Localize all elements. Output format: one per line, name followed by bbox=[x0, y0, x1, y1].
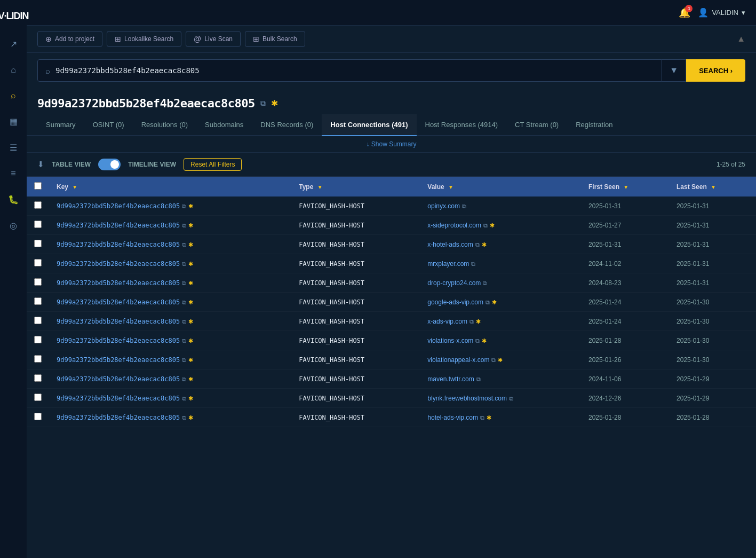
first-seen-filter-icon[interactable]: ▼ bbox=[623, 184, 628, 190]
value-link[interactable]: violationappeal-x.com bbox=[427, 356, 489, 364]
value-link[interactable]: x-sideprotocol.com bbox=[427, 222, 481, 229]
row-checkbox[interactable] bbox=[34, 394, 42, 401]
add-to-project-button[interactable]: ⊕ Add to project bbox=[37, 31, 102, 47]
select-all-checkbox[interactable] bbox=[34, 182, 42, 190]
value-link[interactable]: drop-crypto24.com bbox=[427, 279, 481, 287]
settings-icon[interactable]: ◎ bbox=[6, 217, 20, 234]
notifications-button[interactable]: 🔔 1 bbox=[679, 7, 690, 19]
copy-icon[interactable]: ⧉ bbox=[182, 357, 186, 364]
value-link[interactable]: violations-x.com bbox=[427, 337, 473, 344]
key-link[interactable]: 9d99a2372bbd5b28ef4b2eaecac8c805 bbox=[57, 375, 180, 383]
bug-icon[interactable]: 🐛 bbox=[5, 191, 22, 208]
copy-value-icon[interactable]: ⧉ bbox=[483, 280, 487, 287]
value-link[interactable]: hotel-ads-vip.com bbox=[427, 414, 478, 421]
lookalike-search-button[interactable]: ⊞ Lookalike Search bbox=[107, 31, 181, 47]
copy-icon[interactable]: ⧉ bbox=[182, 376, 186, 383]
copy-value-icon[interactable]: ⧉ bbox=[486, 299, 490, 306]
view-toggle[interactable] bbox=[98, 159, 121, 170]
col-value[interactable]: Value ▼ bbox=[420, 177, 581, 197]
copy-icon[interactable]: ⧉ bbox=[182, 395, 186, 402]
col-type[interactable]: Type ▼ bbox=[291, 177, 420, 197]
live-scan-button[interactable]: @ Live Scan bbox=[186, 31, 241, 47]
tab-subdomains[interactable]: Subdomains bbox=[196, 114, 252, 136]
copy-icon[interactable]: ⧉ bbox=[182, 318, 186, 325]
search-filter-button[interactable]: ▼ bbox=[662, 59, 686, 82]
grid-icon[interactable]: ▦ bbox=[6, 113, 21, 130]
tab-dns-records[interactable]: DNS Records (0) bbox=[252, 114, 322, 136]
row-checkbox[interactable] bbox=[34, 336, 42, 343]
star-icon[interactable]: ✱ bbox=[188, 376, 193, 383]
row-checkbox[interactable] bbox=[34, 374, 42, 382]
row-checkbox[interactable] bbox=[34, 259, 42, 266]
value-link[interactable]: google-ads-vip.com bbox=[427, 298, 483, 306]
copy-value-icon[interactable]: ⧉ bbox=[491, 357, 496, 364]
row-checkbox[interactable] bbox=[34, 317, 42, 324]
star-icon[interactable]: ✱ bbox=[188, 222, 193, 229]
copy-value-icon[interactable]: ⧉ bbox=[475, 241, 480, 248]
key-link[interactable]: 9d99a2372bbd5b28ef4b2eaecac8c805 bbox=[57, 279, 180, 287]
tab-resolutions[interactable]: Resolutions (0) bbox=[133, 114, 196, 136]
tab-host-responses[interactable]: Host Responses (4914) bbox=[417, 114, 507, 136]
tab-summary[interactable]: Summary bbox=[37, 114, 84, 136]
last-seen-filter-icon[interactable]: ▼ bbox=[711, 184, 716, 190]
star-icon[interactable]: ✱ bbox=[188, 203, 193, 210]
copy-value-icon[interactable]: ⧉ bbox=[469, 318, 474, 325]
copy-icon[interactable]: ⧉ bbox=[182, 337, 186, 344]
row-checkbox[interactable] bbox=[34, 278, 42, 286]
search-nav-icon[interactable]: ⌕ bbox=[7, 88, 19, 104]
copy-value-icon[interactable]: ⧉ bbox=[509, 395, 513, 402]
copy-icon[interactable]: ⧉ bbox=[182, 203, 186, 210]
star-icon[interactable]: ✱ bbox=[188, 337, 193, 344]
row-checkbox[interactable] bbox=[34, 413, 42, 420]
key-link[interactable]: 9d99a2372bbd5b28ef4b2eaecac8c805 bbox=[57, 356, 180, 364]
copy-value-icon[interactable]: ⧉ bbox=[480, 414, 484, 421]
star-value-icon[interactable]: ✱ bbox=[490, 222, 495, 229]
star-icon[interactable]: ✱ bbox=[188, 395, 193, 402]
tab-osint[interactable]: OSINT (0) bbox=[84, 114, 133, 136]
key-link[interactable]: 9d99a2372bbd5b28ef4b2eaecac8c805 bbox=[57, 298, 180, 306]
copy-title-icon[interactable]: ⧉ bbox=[260, 99, 266, 108]
search-input[interactable] bbox=[55, 66, 654, 75]
bookmarks-icon[interactable]: ☰ bbox=[6, 139, 20, 156]
search-button[interactable]: SEARCH › bbox=[686, 59, 745, 82]
copy-value-icon[interactable]: ⧉ bbox=[475, 337, 480, 344]
copy-icon[interactable]: ⧉ bbox=[182, 261, 186, 268]
star-title-icon[interactable]: ✱ bbox=[271, 98, 278, 108]
star-icon[interactable]: ✱ bbox=[188, 261, 193, 268]
row-checkbox[interactable] bbox=[34, 297, 42, 305]
bulk-search-button[interactable]: ⊞ Bulk Search bbox=[245, 31, 305, 47]
row-checkbox[interactable] bbox=[34, 240, 42, 247]
row-checkbox[interactable] bbox=[34, 355, 42, 363]
copy-value-icon[interactable]: ⧉ bbox=[476, 376, 481, 383]
list-icon[interactable]: ≡ bbox=[7, 166, 19, 182]
star-icon[interactable]: ✱ bbox=[188, 280, 193, 287]
download-icon[interactable]: ⬇ bbox=[37, 160, 44, 169]
value-link[interactable]: opinyx.com bbox=[427, 202, 460, 210]
select-all-header[interactable] bbox=[27, 177, 49, 197]
star-icon[interactable]: ✱ bbox=[188, 318, 193, 325]
key-link[interactable]: 9d99a2372bbd5b28ef4b2eaecac8c805 bbox=[57, 202, 180, 210]
key-filter-icon[interactable]: ▼ bbox=[72, 184, 77, 190]
col-first-seen[interactable]: First Seen ▼ bbox=[581, 177, 669, 197]
key-link[interactable]: 9d99a2372bbd5b28ef4b2eaecac8c805 bbox=[57, 222, 180, 229]
row-checkbox[interactable] bbox=[34, 221, 42, 228]
star-icon[interactable]: ✱ bbox=[188, 414, 193, 421]
key-link[interactable]: 9d99a2372bbd5b28ef4b2eaecac8c805 bbox=[57, 395, 180, 402]
value-link[interactable]: x-hotel-ads.com bbox=[427, 241, 473, 248]
star-value-icon[interactable]: ✱ bbox=[492, 299, 497, 306]
star-icon[interactable]: ✱ bbox=[188, 299, 193, 306]
tab-registration[interactable]: Registration bbox=[567, 114, 621, 136]
value-link[interactable]: blynk.freewebhostmost.com bbox=[427, 395, 507, 402]
home-icon[interactable]: ⌂ bbox=[7, 62, 19, 78]
star-icon[interactable]: ✱ bbox=[188, 357, 193, 364]
expand-icon[interactable]: ↗ bbox=[7, 36, 20, 52]
copy-icon[interactable]: ⧉ bbox=[182, 222, 186, 229]
tab-host-connections[interactable]: Host Connections (491) bbox=[322, 114, 416, 136]
key-link[interactable]: 9d99a2372bbd5b28ef4b2eaecac8c805 bbox=[57, 414, 180, 421]
star-value-icon[interactable]: ✱ bbox=[487, 414, 491, 421]
row-checkbox[interactable] bbox=[34, 201, 42, 209]
key-link[interactable]: 9d99a2372bbd5b28ef4b2eaecac8c805 bbox=[57, 337, 180, 344]
value-link[interactable]: maven.twttr.com bbox=[427, 375, 474, 383]
user-menu[interactable]: 👤 VALIDIN ▾ bbox=[698, 7, 745, 18]
copy-value-icon[interactable]: ⧉ bbox=[462, 203, 466, 210]
